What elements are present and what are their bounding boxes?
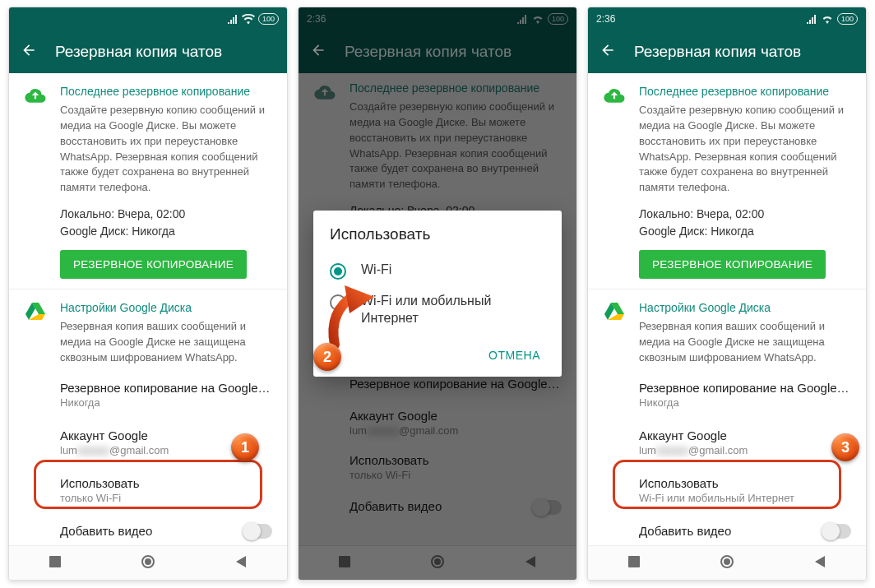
- svg-rect-3: [49, 556, 61, 567]
- item-backup-to-google[interactable]: Резервное копирование на Google… Никогда: [9, 371, 287, 419]
- svg-rect-12: [628, 556, 640, 567]
- app-bar: Резервная копия чатов: [9, 30, 287, 73]
- backup-info: Локально: Вчера, 02:00 Google Диск: Нико…: [639, 206, 851, 240]
- gdrive-settings-title: Настройки Google Диска: [639, 301, 851, 314]
- toggle-switch[interactable]: [822, 524, 851, 539]
- backup-info: Локально: Вчера, 02:00 Google Диск: Нико…: [60, 206, 272, 240]
- item-use-network[interactable]: Использовать только Wi-Fi: [9, 466, 287, 514]
- gdrive-settings-desc: Резервная копия ваших сообщений и медиа …: [639, 319, 851, 366]
- radio-icon[interactable]: [330, 263, 346, 280]
- nav-back-icon[interactable]: [234, 554, 248, 572]
- nav-recent-icon[interactable]: [627, 554, 641, 572]
- back-button[interactable]: [21, 42, 37, 63]
- signal-icon: [806, 14, 817, 24]
- section-last-backup: Последнее резервное копирование Создайте…: [588, 73, 866, 285]
- item-add-video[interactable]: Добавить видео: [9, 514, 287, 545]
- local-backup-line: Локально: Вчера, 02:00: [60, 206, 272, 223]
- phone-screenshot-3: 2:36 100 Резервная копия чатов Последнее…: [587, 7, 867, 581]
- item-title: Добавить видео: [60, 524, 152, 538]
- account-email: lumxxxxxx@gmail.com: [639, 444, 851, 456]
- status-bar: 100: [9, 7, 287, 30]
- backup-now-button[interactable]: Резервное копирование: [639, 250, 826, 279]
- annotation-badge-3: 3: [831, 433, 859, 461]
- android-nav-bar: [9, 545, 287, 580]
- back-button[interactable]: [600, 42, 616, 63]
- section-desc: Создайте резервную копию сообщений и мед…: [639, 103, 851, 196]
- dialog-use-network: Использовать Wi-Fi Wi-Fi или мобильный И…: [313, 211, 562, 377]
- status-time: 2:36: [596, 13, 629, 25]
- item-title: Использовать: [60, 476, 272, 490]
- backup-now-button[interactable]: Резервное копирование: [60, 250, 247, 279]
- item-title: Использовать: [639, 476, 851, 490]
- section-last-backup: Последнее резервное копирование Создайте…: [9, 73, 287, 285]
- section-gdrive: Настройки Google Диска Резервная копия в…: [588, 289, 866, 371]
- annotation-badge-2: 2: [313, 343, 341, 371]
- battery-icon: 100: [837, 13, 858, 25]
- item-subtitle: Wi-Fi или мобильный Интернет: [639, 492, 851, 504]
- battery-icon: 100: [258, 13, 279, 25]
- cloud-upload-icon: [603, 85, 626, 279]
- item-backup-to-google[interactable]: Резервное копирование на Google… Никогда: [588, 371, 866, 419]
- toggle-switch[interactable]: [243, 524, 272, 539]
- item-google-account[interactable]: Аккаунт Google lumxxxxxx@gmail.com: [588, 419, 866, 466]
- item-subtitle: Никогда: [639, 396, 851, 409]
- nav-back-icon[interactable]: [812, 554, 827, 572]
- phone-screenshot-2: 2:36 100 Резервная копия чатов Последнее…: [298, 7, 577, 581]
- radio-label: Wi-Fi или мобильный Интернет: [361, 293, 545, 327]
- item-subtitle: только Wi-Fi: [60, 492, 272, 504]
- item-title: Аккаунт Google: [639, 428, 851, 442]
- app-bar: Резервная копия чатов: [588, 30, 866, 73]
- appbar-title: Резервная копия чатов: [55, 43, 222, 61]
- radio-icon[interactable]: [330, 294, 346, 311]
- radio-option-wifi-or-mobile[interactable]: Wi-Fi или мобильный Интернет: [330, 286, 545, 334]
- gdrive-settings-desc: Резервная копия ваших сообщений и медиа …: [60, 319, 272, 366]
- section-gdrive: Настройки Google Диска Резервная копия в…: [9, 289, 287, 371]
- item-title: Резервное копирование на Google…: [60, 381, 272, 395]
- section-title: Последнее резервное копирование: [60, 85, 272, 98]
- status-bar: 2:36 100: [588, 7, 866, 30]
- phone-screenshot-1: 100 Резервная копия чатов Последнее резе…: [8, 7, 288, 581]
- google-drive-icon: [603, 301, 626, 369]
- radio-option-wifi[interactable]: Wi-Fi: [330, 255, 545, 286]
- svg-point-14: [724, 558, 730, 565]
- item-title: Добавить видео: [639, 524, 731, 538]
- nav-home-icon[interactable]: [719, 553, 735, 573]
- signal-icon: [227, 14, 238, 24]
- gdrive-backup-line: Google Диск: Никогда: [60, 223, 272, 240]
- item-use-network[interactable]: Использовать Wi-Fi или мобильный Интерне…: [588, 466, 866, 514]
- item-subtitle: Никогда: [60, 396, 272, 409]
- item-title: Резервное копирование на Google…: [639, 381, 851, 395]
- cloud-upload-icon: [24, 85, 47, 279]
- android-nav-bar: [588, 545, 866, 580]
- status-icons: 100: [806, 13, 858, 25]
- annotation-badge-1: 1: [231, 433, 259, 461]
- appbar-title: Резервная копия чатов: [634, 43, 801, 61]
- radio-label: Wi-Fi: [361, 262, 391, 279]
- gdrive-settings-title: Настройки Google Диска: [60, 301, 272, 314]
- section-title: Последнее резервное копирование: [639, 85, 851, 98]
- content-area: Последнее резервное копирование Создайте…: [9, 73, 287, 545]
- svg-point-5: [145, 558, 151, 565]
- status-icons: 100: [227, 13, 279, 25]
- wifi-icon: [242, 14, 255, 24]
- section-desc: Создайте резервную копию сообщений и мед…: [60, 103, 272, 196]
- nav-recent-icon[interactable]: [48, 554, 62, 572]
- dialog-cancel-button[interactable]: ОТМЕНА: [484, 342, 545, 368]
- content-area: Последнее резервное копирование Создайте…: [588, 73, 866, 545]
- wifi-icon: [821, 14, 834, 24]
- item-add-video[interactable]: Добавить видео: [588, 514, 866, 545]
- nav-home-icon[interactable]: [140, 553, 156, 573]
- google-drive-icon: [24, 301, 47, 369]
- dialog-title: Использовать: [330, 225, 545, 243]
- modal-overlay: Использовать Wi-Fi Wi-Fi или мобильный И…: [299, 7, 576, 580]
